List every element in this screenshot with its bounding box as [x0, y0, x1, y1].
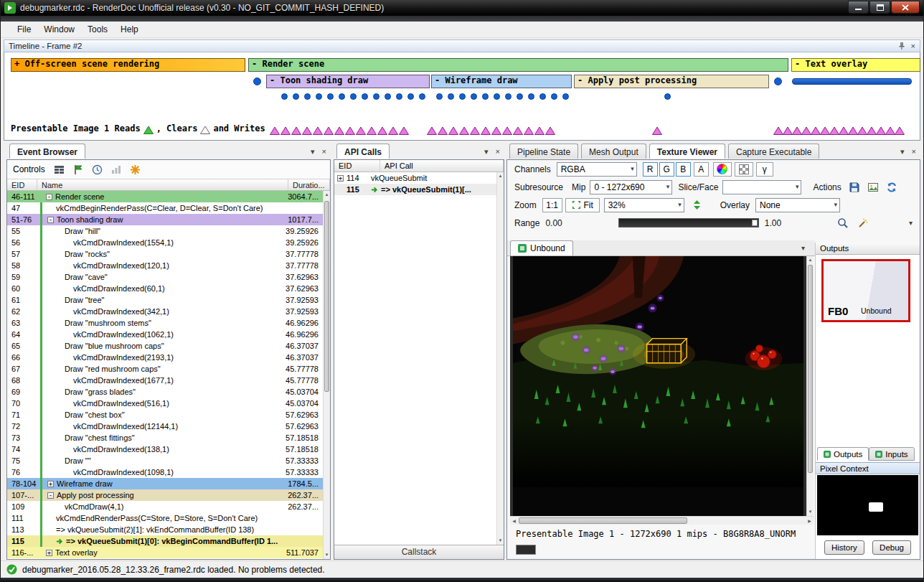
api-call-row-115[interactable]: 115=> vkQueueSubmit(1)[...: [334, 184, 496, 195]
save-texture-button[interactable]: [847, 180, 862, 194]
zoom-level-combo[interactable]: 32%▾: [604, 198, 684, 212]
menu-file[interactable]: File: [11, 22, 37, 37]
event-row-51-76[interactable]: 51-76-Toon shading draw1017.7...: [7, 214, 323, 225]
scroll-left-arrow[interactable]: ◀: [510, 517, 518, 525]
event-row-107-...[interactable]: 107-...-Apply post processing262.37...: [7, 489, 323, 501]
stats-chart-icon[interactable]: [111, 164, 121, 174]
range-white-handle[interactable]: [752, 220, 758, 226]
event-row-47[interactable]: 47vkCmdBeginRenderPass(C=Clear, D=Clear,…: [7, 202, 323, 214]
scroll-up-arrow[interactable]: ▲: [807, 256, 814, 264]
event-row-58[interactable]: 58vkCmdDrawIndexed(120,1)37.77778: [7, 260, 323, 271]
close-icon[interactable]: ×: [911, 42, 915, 50]
bookmark-flag-icon[interactable]: [73, 164, 83, 175]
expand-toggle[interactable]: -: [47, 492, 54, 499]
texture-display-area[interactable]: ▲ ▼: [510, 256, 814, 516]
event-row-76[interactable]: 76vkCmdDrawIndexed(1098,1)57.33333: [7, 466, 323, 478]
blue-channel-toggle[interactable]: B: [676, 162, 691, 177]
tab-event-browser[interactable]: Event Browser: [9, 144, 85, 159]
zoom-range-button[interactable]: [836, 216, 850, 230]
event-row-111[interactable]: 111vkCmdEndRenderPass(C=Store, D=Store, …: [7, 512, 323, 524]
column-name[interactable]: Name: [37, 179, 288, 190]
expand-toggle[interactable]: -: [47, 217, 54, 223]
chevron-down-icon[interactable]: ▾: [801, 244, 805, 252]
chevron-down-icon[interactable]: ▾: [900, 147, 905, 156]
api-call-row-114[interactable]: +114vkQueueSubmit: [334, 172, 496, 184]
tab-pipeline-state[interactable]: Pipeline State: [509, 144, 578, 159]
event-row-115[interactable]: 115=> vkQueueSubmit(1)[0]: vkBeginComman…: [7, 535, 323, 547]
tab-mesh-output[interactable]: Mesh Output: [581, 144, 646, 159]
menu-help[interactable]: Help: [114, 22, 145, 37]
event-row-65[interactable]: 65Draw "blue mushroom caps"46.37037: [7, 340, 323, 352]
refresh-button[interactable]: [885, 180, 899, 194]
event-row-66[interactable]: 66vkCmdDrawIndexed(2193,1)46.37037: [7, 352, 323, 363]
checkerboard-background-button[interactable]: [735, 162, 753, 177]
timeline-block-post[interactable]: - Apply post processing: [574, 75, 769, 88]
event-row-60[interactable]: 60vkCmdDrawIndexed(60,1)37.62963: [7, 283, 323, 294]
scrollbar-thumb[interactable]: [324, 201, 329, 392]
timeline-block-offscreen[interactable]: + Off-screen scene rendering: [11, 58, 245, 72]
debug-button[interactable]: Debug: [872, 540, 911, 555]
event-row-69[interactable]: 69Draw "grass blades"45.03704: [7, 386, 323, 398]
event-row-70[interactable]: 70vkCmdDrawIndexed(516,1)45.03704: [7, 398, 323, 409]
chevron-down-icon[interactable]: ▾: [484, 147, 489, 156]
timeline-block-text-overlay[interactable]: - Text overlay: [791, 58, 920, 72]
callstack-section[interactable]: Callstack: [334, 545, 504, 559]
browse-grid-icon[interactable]: [54, 164, 65, 175]
event-row-116-...[interactable]: 116-...+Text overlay511.7037: [7, 547, 323, 558]
event-row-73[interactable]: 73Draw "chest fittings"57.18518: [7, 432, 323, 443]
event-row-59[interactable]: 59Draw "cave"37.62963: [7, 271, 323, 283]
fb0-thumbnail[interactable]: FB0 Unbound: [821, 259, 910, 322]
close-button[interactable]: [891, 1, 920, 14]
pin-icon[interactable]: [898, 42, 905, 51]
scroll-down-arrow[interactable]: ▼: [807, 508, 814, 516]
event-row-61[interactable]: 61Draw "tree"37.92593: [7, 294, 323, 306]
maximize-button[interactable]: [869, 1, 890, 14]
expand-toggle[interactable]: +: [337, 175, 344, 182]
time-durations-icon[interactable]: [92, 164, 103, 175]
expand-toggle[interactable]: -: [46, 194, 52, 200]
event-row-62[interactable]: 62vkCmdDrawIndexed(342,1)37.92593: [7, 306, 323, 317]
slice-face-combo[interactable]: ▾: [722, 180, 801, 194]
close-icon[interactable]: ×: [322, 147, 326, 156]
pixel-context-view[interactable]: [817, 475, 918, 535]
event-row-68[interactable]: 68vkCmdDrawIndexed(1677,1)45.77778: [7, 375, 323, 386]
menu-tools[interactable]: Tools: [81, 22, 114, 37]
scroll-down-arrow[interactable]: ▼: [324, 551, 330, 559]
history-button[interactable]: History: [824, 540, 864, 555]
texture-vertical-scrollbar[interactable]: ▲ ▼: [806, 256, 814, 516]
toolbar-overflow-icon[interactable]: ▾: [909, 219, 913, 227]
tab-inputs[interactable]: Inputs: [869, 447, 914, 461]
open-image-button[interactable]: [866, 180, 880, 194]
column-duration[interactable]: Duratio...: [288, 179, 330, 190]
green-channel-toggle[interactable]: G: [659, 162, 674, 177]
alpha-channel-toggle[interactable]: A: [694, 162, 709, 177]
tab-capture-executable[interactable]: Capture Executable: [728, 144, 819, 159]
event-row-75[interactable]: 75Draw ""57.33333: [7, 455, 323, 466]
tab-texture-viewer[interactable]: Texture Viewer: [649, 144, 725, 159]
color-wheel-button[interactable]: [713, 162, 732, 177]
chevron-down-icon[interactable]: ▾: [311, 147, 315, 156]
flip-vertical-button[interactable]: [690, 198, 704, 212]
timeline-block-toon[interactable]: - Toon shading draw: [266, 75, 430, 88]
channels-combo[interactable]: RGBA▾: [557, 162, 637, 177]
close-icon[interactable]: ×: [496, 147, 500, 156]
event-row-67[interactable]: 67Draw "red mushroom caps"45.77778: [7, 363, 323, 375]
zoom-1-1-button[interactable]: 1:1: [542, 198, 562, 212]
column-eid[interactable]: EID: [7, 179, 37, 190]
tab-outputs[interactable]: Outputs: [817, 447, 869, 461]
minimize-button[interactable]: [848, 1, 869, 14]
event-browser-scrollbar[interactable]: ▲ ▼: [323, 191, 330, 559]
title-bar[interactable]: debugmarker.rdc - RenderDoc Unofficial r…: [1, 0, 923, 16]
event-row-72[interactable]: 72vkCmdDrawIndexed(12144,1)57.62963: [7, 421, 323, 432]
menu-window[interactable]: Window: [37, 22, 81, 37]
async-star-icon[interactable]: [130, 164, 141, 175]
scroll-up-arrow[interactable]: ▲: [324, 191, 330, 199]
event-row-78-104[interactable]: 78-104+Wireframe draw1784.5...: [7, 478, 323, 489]
expand-toggle[interactable]: +: [47, 481, 54, 487]
event-row-113[interactable]: 113=> vkQueueSubmit(2)[1]: vkEndCommandB…: [7, 524, 323, 535]
scroll-down-arrow[interactable]: ▼: [497, 537, 504, 545]
event-row-74[interactable]: 74vkCmdDrawIndexed(138,1)57.18518: [7, 443, 323, 455]
event-row-55[interactable]: 55Draw "hill"39.25926: [7, 225, 323, 237]
scroll-up-arrow[interactable]: ▲: [497, 172, 504, 180]
event-row-64[interactable]: 64vkCmdDrawIndexed(1062,1)46.96296: [7, 329, 323, 340]
